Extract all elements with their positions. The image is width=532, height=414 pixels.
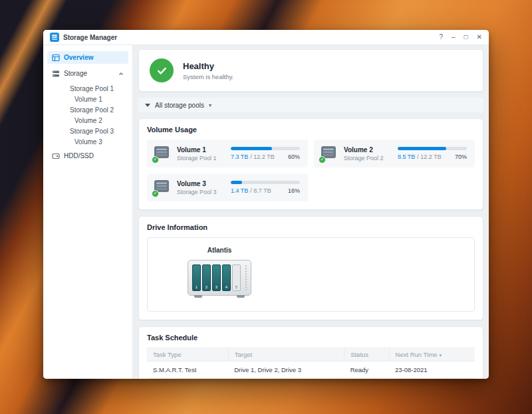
overview-panel[interactable]: Healthy System is healthy. All storage p… [133, 45, 489, 379]
status-cell: Ready [344, 362, 389, 379]
volume-1-tile[interactable]: ✓ Volume 1 Storage Pool 1 7.3 TB / 12.2 … [147, 140, 308, 167]
healthy-check-icon [150, 58, 174, 82]
total-capacity: / 12.2 TB [250, 154, 274, 160]
usage-bar [398, 147, 467, 150]
target-cell: Drive 1, Drive 2, Drive 3 [228, 362, 344, 379]
sidebar-item-label: Storage [64, 70, 87, 77]
usage-bar [231, 147, 300, 150]
next-run-time-cell: 23-08-2021 [389, 362, 475, 379]
used-capacity: 7.3 TB [231, 154, 248, 160]
volume-2-tile[interactable]: ✓ Volume 2 Storage Pool 2 8.5 TB / 12.2 … [314, 140, 475, 167]
usage-bar-fill [231, 147, 272, 150]
volume-icon: ✓ [321, 146, 338, 161]
sidebar-item-volume-1[interactable]: Volume 1 [47, 94, 128, 104]
table-row[interactable]: S.M.A.R.T. Test Drive 1, Drive 2, Drive … [147, 362, 475, 379]
usage-bar [231, 181, 300, 184]
drive-information-card: Drive Information Atlantis 1 2 3 4 5 [138, 216, 483, 320]
vent-grille [245, 264, 247, 291]
sidebar-item-overview[interactable]: Overview [47, 51, 128, 64]
sidebar-item-storage-pool-1[interactable]: Storage Pool 1 [47, 83, 128, 94]
drive-bay-2[interactable]: 2 [202, 264, 211, 291]
volume-pool: Storage Pool 3 [177, 189, 225, 195]
storage-manager-app-icon [50, 33, 59, 42]
drive-bay-3[interactable]: 3 [212, 264, 221, 291]
total-capacity: / 8.7 TB [250, 187, 271, 194]
sidebar-item-storage-pool-3[interactable]: Storage Pool 3 [47, 126, 128, 136]
storage-pool-filter[interactable]: All storage pools ▾ [138, 98, 483, 112]
volume-name: Volume 3 [177, 180, 225, 187]
sidebar-item-label: HDD/SSD [64, 152, 94, 159]
overview-icon [52, 54, 60, 62]
healthy-badge-icon: ✓ [152, 156, 159, 163]
column-header-target[interactable]: Target [228, 348, 344, 362]
health-status: Healthy [183, 61, 233, 71]
sidebar-item-hdd-ssd[interactable]: HDD/SSD [47, 150, 128, 162]
healthy-badge-icon: ✓ [152, 190, 159, 197]
sidebar: Overview Storage Storage Pool 1 Volume 1… [43, 45, 133, 379]
dropdown-caret-icon[interactable]: ▾ [209, 102, 211, 108]
volume-pool: Storage Pool 2 [344, 155, 392, 161]
task-type-cell: S.M.A.R.T. Test [147, 362, 228, 379]
column-header-task-type[interactable]: Task Type [147, 348, 228, 362]
health-message: System is healthy. [183, 73, 233, 80]
nas-illustration: 1 2 3 4 5 [188, 260, 251, 296]
sidebar-item-volume-2[interactable]: Volume 2 [47, 115, 128, 126]
sidebar-item-volume-3[interactable]: Volume 3 [47, 136, 128, 147]
health-card: Healthy System is healthy. [138, 49, 483, 92]
minimize-button[interactable]: – [452, 34, 456, 41]
sidebar-item-storage-pool-2[interactable]: Storage Pool 2 [47, 104, 128, 115]
usage-percent: 16% [288, 187, 300, 194]
volume-name: Volume 1 [177, 146, 225, 154]
chevron-up-icon[interactable] [118, 71, 124, 76]
usage-bar-fill [398, 147, 446, 150]
usage-bar-fill [231, 181, 242, 184]
help-button[interactable]: ? [439, 34, 443, 41]
task-schedule-title: Task Schedule [147, 334, 475, 342]
drive-box: Atlantis 1 2 3 4 5 [147, 237, 475, 312]
column-header-status[interactable]: Status [344, 348, 389, 362]
close-button[interactable]: ✕ [477, 34, 482, 41]
task-schedule-table: Task Type Target Status Next Run Time▾ S… [147, 348, 475, 379]
drive-bay-5[interactable]: 5 [232, 264, 241, 291]
maximize-button[interactable]: □ [464, 34, 468, 41]
volume-name: Volume 2 [344, 146, 392, 154]
used-capacity: 1.4 TB [231, 187, 248, 194]
used-capacity: 8.5 TB [398, 154, 415, 160]
volume-icon: ✓ [154, 179, 171, 195]
storage-icon [52, 70, 60, 78]
drive-information-title: Drive Information [147, 223, 475, 231]
volume-icon: ✓ [154, 146, 171, 161]
usage-percent: 70% [455, 154, 467, 160]
nas-device[interactable]: Atlantis 1 2 3 4 5 [188, 247, 251, 302]
titlebar[interactable]: Storage Manager ? – □ ✕ [43, 30, 489, 45]
hdd-icon [52, 152, 60, 160]
storage-manager-window: Storage Manager ? – □ ✕ Overview Storage [43, 30, 489, 379]
pool-filter-label[interactable]: All storage pools [155, 102, 204, 109]
usage-percent: 60% [288, 154, 300, 160]
volume-pool: Storage Pool 1 [177, 155, 225, 161]
device-name: Atlantis [207, 247, 232, 254]
task-schedule-card: Task Schedule Task Type Target Status Ne… [138, 326, 483, 379]
sidebar-item-storage[interactable]: Storage [47, 67, 128, 80]
drive-bay-4[interactable]: 4 [222, 264, 231, 291]
total-capacity: / 12.2 TB [417, 154, 441, 160]
column-header-next-run-time[interactable]: Next Run Time▾ [389, 348, 475, 362]
sidebar-item-label: Overview [64, 54, 93, 61]
volume-usage-card: Volume Usage ✓ Volume 1 Storage Pool 1 [138, 118, 483, 210]
volume-usage-title: Volume Usage [147, 126, 475, 134]
healthy-badge-icon: ✓ [319, 156, 326, 163]
drive-bay-1[interactable]: 1 [192, 264, 201, 291]
window-title: Storage Manager [63, 34, 117, 41]
sort-caret-icon: ▾ [439, 353, 442, 358]
volume-3-tile[interactable]: ✓ Volume 3 Storage Pool 3 1.4 TB / 8.7 T… [147, 173, 308, 201]
collapse-triangle-icon[interactable] [145, 104, 150, 107]
